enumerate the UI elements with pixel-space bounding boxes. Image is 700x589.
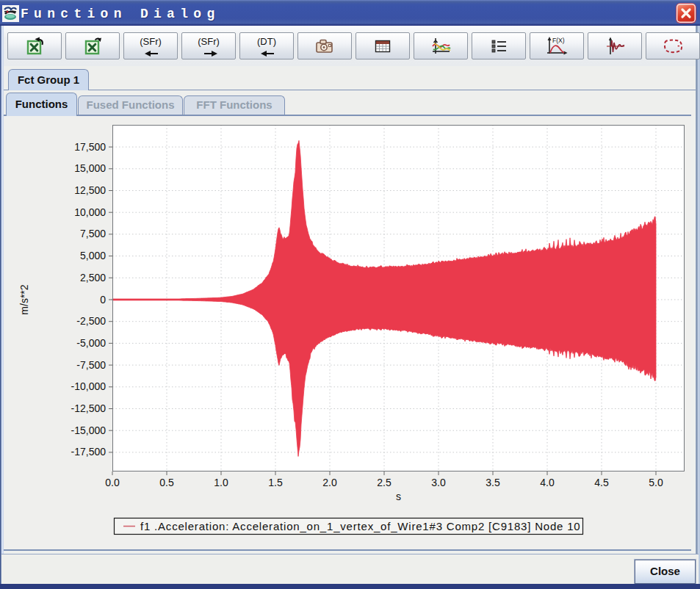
- svg-text:f1 .Acceleration: Acceleration: f1 .Acceleration: Acceleration_on_1_vert…: [140, 520, 581, 532]
- svg-text:4.5: 4.5: [594, 477, 609, 488]
- svg-text:-2,500: -2,500: [76, 315, 106, 327]
- svg-text:10,000: 10,000: [74, 206, 106, 218]
- svg-text:1.0: 1.0: [214, 477, 228, 488]
- svg-text:(SFr): (SFr): [140, 36, 162, 47]
- svg-text:-10,000: -10,000: [71, 380, 107, 392]
- svg-text:-5,000: -5,000: [76, 337, 106, 349]
- svg-text:4.0: 4.0: [540, 477, 555, 488]
- svg-text:3.5: 3.5: [486, 477, 500, 488]
- svg-text:2,500: 2,500: [80, 272, 106, 283]
- svg-text:-7,500: -7,500: [76, 359, 106, 371]
- svg-text:5.0: 5.0: [649, 477, 663, 488]
- svg-text:1.5: 1.5: [268, 477, 283, 488]
- svg-text:F(X): F(X): [552, 37, 565, 44]
- svg-text:3.0: 3.0: [431, 477, 446, 488]
- svg-text:2.0: 2.0: [322, 477, 337, 488]
- svg-text:-17,500: -17,500: [71, 446, 107, 458]
- svg-text:17,500: 17,500: [74, 141, 106, 153]
- svg-text:2.5: 2.5: [377, 477, 392, 488]
- svg-text:-15,000: -15,000: [71, 424, 107, 436]
- svg-text:7,500: 7,500: [80, 228, 106, 239]
- svg-text:0.5: 0.5: [159, 477, 174, 488]
- svg-text:(SFr): (SFr): [198, 36, 220, 47]
- svg-text:0.0: 0.0: [105, 477, 120, 488]
- svg-text:0: 0: [100, 294, 106, 306]
- svg-text:(DT): (DT): [257, 36, 276, 47]
- svg-text:m/s**2: m/s**2: [18, 284, 30, 314]
- svg-text:s: s: [396, 491, 401, 502]
- svg-text:12,500: 12,500: [74, 184, 106, 196]
- svg-text:5,000: 5,000: [80, 250, 106, 261]
- svg-text:-12,500: -12,500: [71, 402, 107, 414]
- svg-text:15,000: 15,000: [74, 162, 106, 174]
